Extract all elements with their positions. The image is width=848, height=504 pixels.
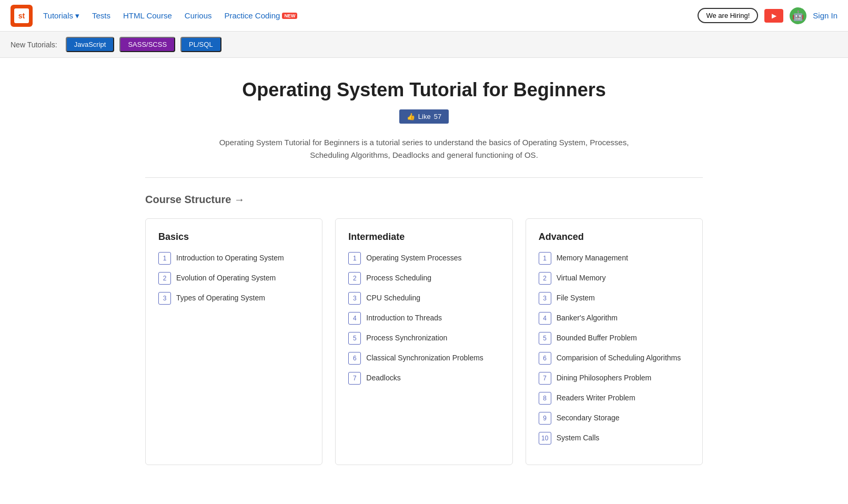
nav-tutorials[interactable]: Tutorials ▾ — [43, 11, 79, 21]
android-button[interactable]: 🤖 — [790, 7, 806, 24]
item-text: Banker's Algorithm — [557, 312, 618, 324]
list-item[interactable]: 1 Operating System Processes — [348, 252, 499, 265]
course-grid: Basics 1 Introduction to Operating Syste… — [145, 218, 703, 465]
like-section: 👍 Like 57 — [145, 109, 703, 124]
item-number: 3 — [158, 292, 171, 305]
item-number: 4 — [348, 312, 361, 325]
item-number: 6 — [539, 352, 551, 365]
course-structure-header: Course Structure → — [145, 194, 703, 206]
item-number: 3 — [348, 292, 361, 305]
thumbs-up-icon: 👍 — [407, 113, 415, 120]
item-text: System Calls — [557, 432, 600, 443]
item-number: 7 — [539, 372, 551, 385]
tutorials-bar-label: New Tutorials: — [11, 41, 57, 49]
card-basics: Basics 1 Introduction to Operating Syste… — [145, 218, 322, 465]
list-item[interactable]: 10 System Calls — [539, 432, 690, 445]
list-item[interactable]: 4 Banker's Algorithm — [539, 312, 690, 325]
list-item[interactable]: 9 Secondary Storage — [539, 412, 690, 425]
item-number: 7 — [348, 372, 361, 385]
list-item[interactable]: 5 Bounded Buffer Problem — [539, 332, 690, 345]
navbar-right: We are Hiring! ▶ 🤖 Sign In — [698, 7, 837, 24]
list-item[interactable]: 5 Process Synchronization — [348, 332, 499, 345]
android-icon: 🤖 — [792, 10, 804, 22]
tag-sass-scss[interactable]: SASS/SCSS — [119, 37, 175, 52]
youtube-button[interactable]: ▶ — [764, 9, 783, 23]
like-count: 57 — [434, 113, 441, 120]
card-advanced: Advanced 1 Memory Management 2 Virtual M… — [526, 218, 703, 465]
list-item[interactable]: 1 Introduction to Operating System — [158, 252, 309, 265]
hiring-button[interactable]: We are Hiring! — [698, 8, 758, 23]
list-item[interactable]: 3 Types of Operating System — [158, 292, 309, 305]
item-number: 3 — [539, 292, 551, 305]
list-item[interactable]: 7 Dining Philosophers Problem — [539, 372, 690, 385]
list-item[interactable]: 7 Deadlocks — [348, 372, 499, 385]
nav-links: Tutorials ▾ Tests HTML Course Curious Pr… — [43, 11, 698, 21]
list-item[interactable]: 3 CPU Scheduling — [348, 292, 499, 305]
tag-javascript[interactable]: JavaScript — [66, 37, 115, 52]
navbar: st Tutorials ▾ Tests HTML Course Curious… — [0, 0, 848, 32]
item-text: Virtual Memory — [557, 272, 606, 284]
list-item[interactable]: 6 Classical Synchronization Problems — [348, 352, 499, 365]
item-number: 1 — [348, 252, 361, 265]
item-number: 6 — [348, 352, 361, 365]
list-item[interactable]: 8 Readers Writer Problem — [539, 392, 690, 405]
list-item[interactable]: 6 Comparision of Scheduling Algorithms — [539, 352, 690, 365]
item-text: Memory Management — [557, 252, 628, 264]
item-number: 2 — [158, 272, 171, 285]
divider — [145, 177, 703, 178]
card-advanced-title: Advanced — [539, 231, 690, 243]
card-basics-title: Basics — [158, 231, 309, 243]
card-intermediate: Intermediate 1 Operating System Processe… — [335, 218, 512, 465]
item-text: Classical Synchronization Problems — [366, 352, 483, 364]
main-content: Operating System Tutorial for Beginners … — [135, 58, 713, 486]
tutorials-bar: New Tutorials: JavaScript SASS/SCSS PL/S… — [0, 32, 848, 58]
item-text: Bounded Buffer Problem — [557, 332, 637, 344]
item-text: Process Synchronization — [366, 332, 447, 344]
item-number: 2 — [348, 272, 361, 285]
list-item[interactable]: 1 Memory Management — [539, 252, 690, 265]
like-label: Like — [418, 113, 431, 120]
item-number: 2 — [539, 272, 551, 285]
item-text: File System — [557, 292, 595, 304]
item-number: 4 — [539, 312, 551, 325]
list-item[interactable]: 3 File System — [539, 292, 690, 305]
signin-link[interactable]: Sign In — [813, 11, 837, 20]
nav-tests[interactable]: Tests — [92, 11, 110, 20]
item-text: Types of Operating System — [176, 292, 265, 304]
item-text: Secondary Storage — [557, 412, 620, 424]
item-text: Evolution of Operating System — [176, 272, 276, 284]
nav-curious[interactable]: Curious — [185, 11, 212, 20]
item-number: 1 — [539, 252, 551, 265]
item-number: 8 — [539, 392, 551, 405]
item-number: 10 — [539, 432, 551, 445]
item-text: CPU Scheduling — [366, 292, 420, 304]
logo-text: st — [14, 8, 29, 23]
site-logo[interactable]: st — [11, 5, 33, 27]
like-button[interactable]: 👍 Like 57 — [399, 109, 449, 124]
item-number: 5 — [348, 332, 361, 345]
item-text: Readers Writer Problem — [557, 392, 635, 404]
item-text: Dining Philosophers Problem — [557, 372, 652, 384]
chevron-down-icon: ▾ — [75, 11, 79, 21]
item-number: 5 — [539, 332, 551, 345]
list-item[interactable]: 2 Virtual Memory — [539, 272, 690, 285]
list-item[interactable]: 2 Evolution of Operating System — [158, 272, 309, 285]
item-text: Introduction to Threads — [366, 312, 442, 324]
page-description: Operating System Tutorial for Beginners … — [219, 136, 629, 162]
item-text: Comparision of Scheduling Algorithms — [557, 352, 681, 364]
youtube-icon: ▶ — [772, 12, 776, 19]
tag-plsql[interactable]: PL/SQL — [180, 37, 221, 52]
item-text: Operating System Processes — [366, 252, 461, 264]
list-item[interactable]: 4 Introduction to Threads — [348, 312, 499, 325]
card-intermediate-title: Intermediate — [348, 231, 499, 243]
page-title: Operating System Tutorial for Beginners — [145, 79, 703, 101]
nav-practice-coding[interactable]: Practice Coding NEW — [224, 11, 297, 20]
new-badge: NEW — [282, 13, 297, 19]
item-text: Process Scheduling — [366, 272, 431, 284]
item-text: Introduction to Operating System — [176, 252, 284, 264]
nav-html-course[interactable]: HTML Course — [123, 11, 172, 20]
item-text: Deadlocks — [366, 372, 400, 384]
item-number: 9 — [539, 412, 551, 425]
item-number: 1 — [158, 252, 171, 265]
list-item[interactable]: 2 Process Scheduling — [348, 272, 499, 285]
